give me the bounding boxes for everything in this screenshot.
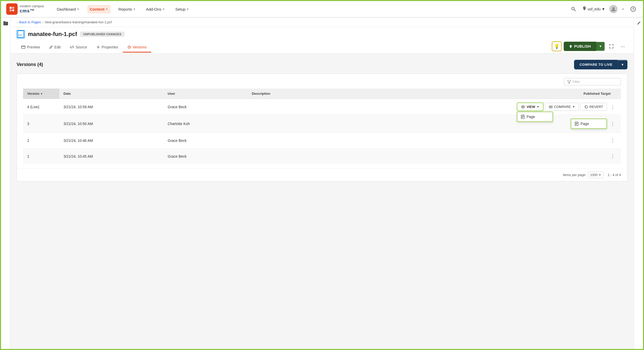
svg-line-13 (71, 46, 73, 48)
publish-dropdown-arrow[interactable]: ▼ (596, 42, 605, 51)
svg-line-5 (574, 10, 576, 11)
versions-table-wrapper: Filter Version ▼ Date (17, 74, 627, 168)
tabs-left: Preview Edit (17, 42, 151, 53)
location-label: usf_edu (588, 7, 600, 11)
svg-rect-1 (12, 7, 14, 9)
cell-actions: ⋮ (322, 149, 621, 164)
svg-point-14 (98, 47, 99, 48)
folder-icon[interactable] (2, 20, 9, 27)
filter-input[interactable]: Filter (564, 78, 621, 85)
nav-addons[interactable]: Add-Ons ▼ (144, 5, 168, 13)
row-more-button[interactable]: ⋮ (609, 136, 617, 145)
page-dropdown-item[interactable]: Page (571, 119, 606, 128)
logo-icon (6, 3, 18, 15)
cell-date: 3/21/24, 10:46 AM (59, 133, 163, 149)
sort-icon: ▼ (40, 92, 43, 95)
chevron-down-icon: ▼ (537, 105, 539, 108)
cell-description (248, 99, 322, 115)
compare-to-live-dropdown-arrow[interactable]: ▼ (618, 60, 627, 69)
nav-content[interactable]: Content ▼ (87, 5, 111, 13)
compare-to-live-button[interactable]: COMPARE TO LIVE (574, 60, 618, 69)
chevron-down-icon: ▼ (602, 7, 605, 11)
col-version[interactable]: Version ▼ (23, 89, 59, 99)
cell-user: Grace Beck (163, 133, 248, 149)
cell-description (248, 149, 322, 164)
cell-user: Grace Beck (163, 149, 248, 164)
tabs-row: Preview Edit (17, 41, 627, 53)
row-actions: ⋮ (326, 152, 617, 161)
logo[interactable]: modern campus cms™ (6, 3, 44, 15)
cell-date: 3/21/24, 10:45 AM (59, 149, 163, 164)
location-info[interactable]: usf_edu ▼ (582, 6, 605, 12)
tabs-right: 💡 PUBLISH ▼ (552, 41, 627, 53)
tab-versions[interactable]: Versions (123, 42, 151, 53)
expand-icon[interactable] (607, 42, 616, 51)
status-badge: UNPUBLISHED CHANGES (80, 32, 124, 37)
back-to-pages-link[interactable]: Back to Pages (19, 20, 41, 24)
svg-rect-23 (551, 106, 552, 108)
tab-preview[interactable]: Preview (17, 42, 45, 53)
nav-setup[interactable]: Setup ▼ (173, 5, 192, 13)
row-actions: ⋮ (326, 136, 617, 145)
view-button-group: VIEW ▼ (517, 103, 543, 111)
tab-properties[interactable]: Properties (92, 42, 123, 53)
svg-point-3 (12, 9, 14, 11)
compare-button[interactable]: COMPARE ▼ (545, 103, 579, 111)
publish-button[interactable]: PUBLISH (564, 42, 596, 51)
tab-edit[interactable]: Edit (45, 42, 65, 53)
paintbrush-icon[interactable] (635, 20, 642, 27)
search-icon[interactable] (569, 4, 578, 14)
logo-text: modern campus cms™ (20, 4, 44, 14)
page-title-row: PCF manatee-fun-1.pcf UNPUBLISHED CHANGE… (17, 30, 627, 38)
cell-description (248, 133, 322, 149)
view-button[interactable]: VIEW ▼ (517, 103, 543, 111)
view-page-option[interactable]: Page (517, 112, 553, 121)
right-sidebar (634, 18, 643, 349)
table-footer: Items per page: 1000 ▼ 1 - 4 of 4 (17, 168, 627, 181)
page-title: manatee-fun-1.pcf (28, 31, 77, 38)
svg-text:?: ? (632, 7, 634, 11)
nav-dashboard[interactable]: Dashboard ▼ (54, 5, 82, 13)
table-row: 4 (Live) 3/21/24, 10:59 AM Grace Beck (23, 99, 621, 115)
nav-right: usf_edu ▼ ▼ ? (569, 4, 638, 14)
svg-rect-0 (10, 7, 12, 9)
per-page-select[interactable]: 1000 ▼ (588, 172, 604, 178)
cell-version: 1 (23, 149, 59, 164)
revert-button[interactable]: REVERT (581, 103, 607, 111)
chevron-down-icon: ▼ (187, 8, 189, 11)
breadcrumb-separator: / (42, 20, 44, 24)
table-body: 4 (Live) 3/21/24, 10:59 AM Grace Beck (23, 99, 621, 164)
row-more-button[interactable]: ⋮ (609, 120, 617, 128)
cell-version: 2 (23, 133, 59, 149)
avatar[interactable] (609, 5, 618, 13)
chevron-down-icon: ▼ (105, 8, 108, 11)
chevron-down-icon: ▼ (162, 8, 165, 11)
row-more-button[interactable]: ⋮ (609, 152, 617, 161)
tab-source[interactable]: Source (65, 42, 92, 53)
versions-header-row: Versions (4) COMPARE TO LIVE ▼ (17, 60, 627, 69)
svg-point-4 (572, 7, 574, 10)
nav-reports[interactable]: Reports ▼ (116, 5, 138, 13)
cell-date: 3/21/24, 10:50 AM (59, 115, 163, 133)
lightbulb-button[interactable]: 💡 (552, 41, 562, 51)
row-more-button[interactable]: ⋮ (609, 103, 617, 111)
svg-rect-22 (549, 106, 550, 108)
svg-rect-11 (22, 46, 25, 48)
page-dropdown-container: Page (571, 119, 607, 129)
cell-description (248, 115, 322, 133)
filter-placeholder: Filter (573, 80, 580, 84)
row-actions: VIEW ▼ (326, 103, 617, 111)
svg-rect-2 (10, 9, 12, 11)
chevron-down-icon: ▼ (77, 8, 80, 11)
chevron-down-icon: ▼ (573, 105, 575, 108)
left-sidebar (1, 18, 10, 349)
help-icon[interactable]: ? (628, 4, 638, 14)
cell-version: 3 (23, 115, 59, 133)
versions-table-card: Filter Version ▼ Date (17, 74, 627, 181)
row-actions: Page ⋮ (326, 119, 617, 129)
more-options-icon[interactable]: ··· (618, 42, 627, 51)
pagination-info: 1 - 4 of 4 (608, 173, 621, 177)
cell-actions: ⋮ (322, 133, 621, 149)
col-user: User (163, 89, 248, 99)
cell-date: 3/21/24, 10:59 AM (59, 99, 163, 115)
